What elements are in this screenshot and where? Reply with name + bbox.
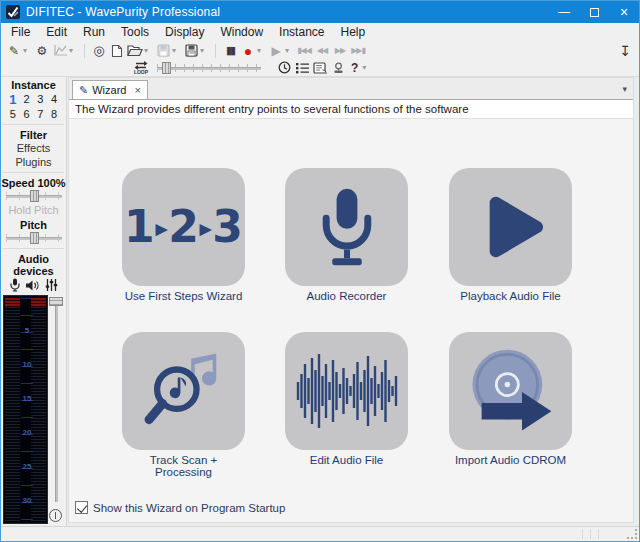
record-dropdown-icon[interactable]: ▾ xyxy=(257,46,265,55)
tile-playback-audio-file[interactable] xyxy=(449,168,572,286)
startup-checkbox-label: Show this Wizard on Program Startup xyxy=(93,502,285,514)
instance-7[interactable]: 7 xyxy=(34,108,46,121)
speaker-device-icon[interactable] xyxy=(25,279,40,292)
microphone-device-icon[interactable] xyxy=(10,278,20,292)
menu-instance[interactable]: Instance xyxy=(271,23,332,42)
tile-label: Edit Audio File xyxy=(285,454,408,466)
position-slider-thumb[interactable] xyxy=(162,62,171,74)
help-dropdown-icon[interactable]: ▾ xyxy=(362,63,370,72)
playlist-button[interactable] xyxy=(294,60,310,76)
tile-edit-audio-file[interactable] xyxy=(285,332,408,450)
pitch-slider[interactable] xyxy=(6,232,62,244)
volume-slider-groove xyxy=(55,299,58,502)
menu-help[interactable]: Help xyxy=(332,23,373,42)
menu-tools[interactable]: Tools xyxy=(113,23,157,42)
fast-forward-button[interactable]: ▶▶ xyxy=(332,43,348,59)
new-file-button[interactable] xyxy=(109,43,125,59)
resize-grip[interactable] xyxy=(627,529,638,540)
instance-4[interactable]: 4 xyxy=(48,93,60,106)
tile-label: Audio Recorder xyxy=(285,290,408,302)
open-dropdown-icon[interactable]: ▾ xyxy=(144,46,152,55)
maximize-button[interactable] xyxy=(579,1,609,23)
export-button[interactable] xyxy=(183,43,199,59)
save-floppy-icon xyxy=(157,44,170,57)
pitch-slider-thumb[interactable] xyxy=(30,232,39,244)
instance-8[interactable]: 8 xyxy=(48,108,60,121)
play-button[interactable]: ▶ xyxy=(268,43,284,59)
speed-label: Speed 100% xyxy=(1,177,66,189)
window-body: Instance 1 2 3 4 5 6 7 8 Filter Effects … xyxy=(1,77,639,526)
wizard-description: The Wizard provides different entry poin… xyxy=(69,99,633,119)
loop-label: LOOP xyxy=(134,70,148,74)
position-slider[interactable] xyxy=(157,61,261,75)
new-document-icon xyxy=(111,44,123,58)
rewind-button[interactable]: ◀◀ xyxy=(314,43,330,59)
clock-icon xyxy=(278,61,291,74)
cdrom-import-icon xyxy=(465,346,557,436)
cd-button[interactable]: ◎ xyxy=(91,43,107,59)
skip-end-button[interactable]: ▶▶▮ xyxy=(350,43,366,59)
close-button[interactable]: × xyxy=(609,1,639,23)
stamp-button[interactable] xyxy=(330,60,346,76)
pencil-dropdown-icon[interactable]: ▾ xyxy=(23,46,31,55)
instance-1[interactable]: 1 xyxy=(7,93,19,106)
log-book-button[interactable] xyxy=(312,60,328,76)
tab-strip: ✎ Wizard × ▾ xyxy=(69,78,633,99)
sidebar-item-plugins[interactable]: Plugins xyxy=(1,155,66,169)
title-bar[interactable]: DIFITEC - WavePurity Professional — × xyxy=(1,1,639,23)
main-panel: ✎ Wizard × ▾ The Wizard provides differe… xyxy=(68,77,634,523)
level-meter: 5 10 15 20 25 30 35 xyxy=(3,295,48,524)
tab-wizard[interactable]: ✎ Wizard × xyxy=(72,80,148,99)
export-dropdown-icon[interactable]: ▾ xyxy=(200,46,208,55)
status-divider xyxy=(590,529,591,539)
instance-6[interactable]: 6 xyxy=(21,108,33,121)
mixer-faders-icon[interactable] xyxy=(45,278,58,292)
curve-dropdown-icon[interactable]: ▾ xyxy=(69,46,77,55)
tile-import-audio-cdrom[interactable] xyxy=(449,332,572,450)
settings-gear-button[interactable]: ⚙ xyxy=(34,43,50,59)
volume-slider[interactable] xyxy=(48,295,65,524)
record-button[interactable]: ● xyxy=(240,43,256,59)
startup-checkbox-row[interactable]: Show this Wizard on Program Startup xyxy=(75,501,285,514)
skip-start-button[interactable]: ▮◀◀ xyxy=(296,43,312,59)
menu-window[interactable]: Window xyxy=(212,23,271,42)
app-logo-icon xyxy=(6,5,20,19)
speed-slider[interactable] xyxy=(6,190,62,202)
playback-toolbar: LOOP xyxy=(1,59,639,77)
save-button[interactable] xyxy=(155,43,171,59)
menu-edit[interactable]: Edit xyxy=(38,23,75,42)
menu-file[interactable]: File xyxy=(3,23,38,42)
tile-track-scan-processing[interactable] xyxy=(122,332,245,450)
tile-label: Use First Steps Wizard xyxy=(122,290,245,302)
sidebar-divider xyxy=(3,172,64,173)
audio-devices-title: Audio devices xyxy=(1,253,66,277)
pause-button[interactable]: ▮▮ xyxy=(222,43,238,59)
dock-panel-icon[interactable]: ↧ xyxy=(619,43,631,59)
edit-pencil-button[interactable]: ✎ xyxy=(6,43,22,59)
startup-checkbox[interactable] xyxy=(75,501,88,514)
tab-close-icon[interactable]: × xyxy=(134,84,140,96)
help-button[interactable]: ? xyxy=(351,61,358,75)
sidebar: Instance 1 2 3 4 5 6 7 8 Filter Effects … xyxy=(1,77,67,526)
tile-first-steps-wizard[interactable]: 1▶2▶3 xyxy=(122,168,245,286)
save-dropdown-icon[interactable]: ▾ xyxy=(172,46,180,55)
filter-title: Filter xyxy=(1,129,66,141)
curve-tool-button[interactable] xyxy=(52,43,68,59)
minimize-button[interactable]: — xyxy=(549,1,579,23)
open-file-button[interactable] xyxy=(127,43,143,59)
play-dropdown-icon[interactable]: ▾ xyxy=(285,46,293,55)
instance-5[interactable]: 5 xyxy=(7,108,19,121)
loop-button[interactable]: LOOP xyxy=(131,61,151,74)
speed-slider-thumb[interactable] xyxy=(30,190,39,202)
menu-run[interactable]: Run xyxy=(75,23,113,42)
instance-2[interactable]: 2 xyxy=(21,93,33,106)
volume-slider-thumb[interactable] xyxy=(49,297,63,306)
tab-list-dropdown-icon[interactable]: ▾ xyxy=(622,84,627,94)
instance-3[interactable]: 3 xyxy=(34,93,46,106)
level-meter-block: 5 10 15 20 25 30 35 xyxy=(3,295,65,524)
menu-display[interactable]: Display xyxy=(157,23,212,42)
timer-button[interactable] xyxy=(276,60,292,76)
power-mute-icon[interactable] xyxy=(49,509,62,522)
sidebar-item-effects[interactable]: Effects xyxy=(1,141,66,155)
tile-audio-recorder[interactable] xyxy=(285,168,408,286)
